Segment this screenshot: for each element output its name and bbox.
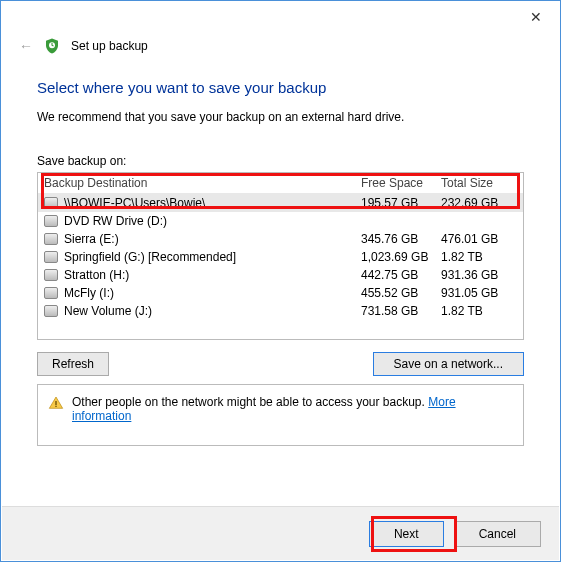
row-free-space: 1,023.69 GB [361, 250, 441, 264]
table-row[interactable]: Stratton (H:)442.75 GB931.36 GB [38, 266, 523, 284]
footer: Next Cancel [2, 506, 559, 560]
content-area: Select where you want to save your backu… [1, 79, 560, 446]
window-title: Set up backup [71, 39, 148, 53]
table-row[interactable]: Springfield (G:) [Recommended]1,023.69 G… [38, 248, 523, 266]
page-heading: Select where you want to save your backu… [37, 79, 524, 96]
info-text: Other people on the network might be abl… [72, 395, 513, 423]
list-button-row: Refresh Save on a network... [37, 352, 524, 376]
row-destination: Sierra (E:) [64, 232, 119, 246]
drive-icon [44, 305, 58, 317]
row-destination: Stratton (H:) [64, 268, 129, 282]
table-row[interactable]: McFly (I:)455.52 GB931.05 GB [38, 284, 523, 302]
destination-list[interactable]: Backup Destination Free Space Total Size… [37, 172, 524, 340]
save-on-network-button[interactable]: Save on a network... [373, 352, 524, 376]
back-arrow-icon[interactable]: ← [19, 38, 33, 54]
warning-icon [48, 395, 64, 411]
drive-icon [44, 233, 58, 245]
row-total-size: 476.01 GB [441, 232, 517, 246]
table-row[interactable]: DVD RW Drive (D:) [38, 212, 523, 230]
row-destination: Springfield (G:) [Recommended] [64, 250, 236, 264]
close-icon[interactable]: ✕ [522, 5, 550, 29]
col-header-free: Free Space [361, 176, 441, 190]
row-total-size: 931.36 GB [441, 268, 517, 282]
row-free-space: 442.75 GB [361, 268, 441, 282]
row-total-size: 931.05 GB [441, 286, 517, 300]
table-row[interactable]: New Volume (J:)731.58 GB1.82 TB [38, 302, 523, 320]
row-free-space: 455.52 GB [361, 286, 441, 300]
list-header: Backup Destination Free Space Total Size [38, 173, 523, 194]
svg-rect-1 [55, 401, 56, 405]
row-destination: DVD RW Drive (D:) [64, 214, 167, 228]
drive-icon [44, 269, 58, 281]
row-destination: \\BOWIE-PC\Users\Bowie\ [64, 196, 205, 210]
backup-shield-icon [43, 37, 61, 55]
table-row[interactable]: \\BOWIE-PC\Users\Bowie\195.57 GB232.69 G… [38, 194, 523, 212]
row-destination: New Volume (J:) [64, 304, 152, 318]
titlebar: ✕ [1, 1, 560, 33]
info-text-body: Other people on the network might be abl… [72, 395, 428, 409]
row-free-space: 731.58 GB [361, 304, 441, 318]
drive-icon [44, 287, 58, 299]
row-total-size: 1.82 TB [441, 304, 517, 318]
row-total-size: 1.82 TB [441, 250, 517, 264]
drive-icon [44, 215, 58, 227]
row-total-size: 232.69 GB [441, 196, 517, 210]
col-header-destination: Backup Destination [44, 176, 361, 190]
cancel-button[interactable]: Cancel [454, 521, 541, 547]
drive-icon [44, 251, 58, 263]
drive-icon [44, 197, 58, 209]
header: ← Set up backup [1, 33, 560, 69]
col-header-total: Total Size [441, 176, 517, 190]
recommend-text: We recommend that you save your backup o… [37, 110, 524, 124]
save-on-label: Save backup on: [37, 154, 524, 168]
row-free-space: 345.76 GB [361, 232, 441, 246]
row-destination: McFly (I:) [64, 286, 114, 300]
table-row[interactable]: Sierra (E:)345.76 GB476.01 GB [38, 230, 523, 248]
refresh-button[interactable]: Refresh [37, 352, 109, 376]
next-button[interactable]: Next [369, 521, 444, 547]
row-free-space: 195.57 GB [361, 196, 441, 210]
svg-rect-2 [55, 406, 56, 407]
info-box: Other people on the network might be abl… [37, 384, 524, 446]
